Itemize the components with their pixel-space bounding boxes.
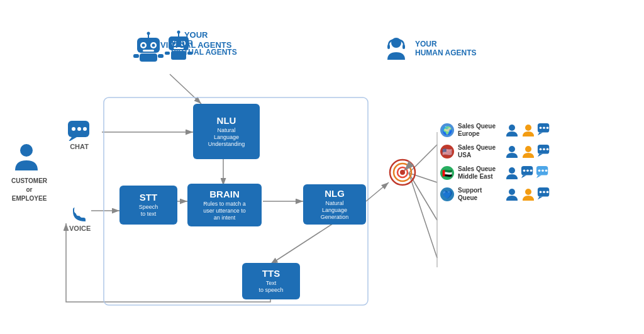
brain-subtitle: Rules to match auser utterance toan inte…: [203, 201, 246, 221]
virtual-agents-line1: YOUR: [171, 39, 237, 48]
queue-avatars-usa: [504, 144, 551, 159]
nlg-subtitle: NaturalLanguageGeneration: [321, 200, 349, 220]
tts-title: TTS: [262, 269, 280, 279]
stt-box: STT Speechto text: [119, 186, 177, 225]
svg-point-77: [545, 169, 548, 172]
queue-name-middle-east: Sales QueueMiddle East: [458, 165, 501, 181]
svg-point-78: [509, 189, 515, 195]
queue-row-europe: 🌍 Sales QueueEurope: [440, 123, 551, 138]
svg-rect-41: [402, 45, 405, 49]
svg-point-79: [525, 189, 531, 195]
svg-point-46: [77, 127, 81, 131]
svg-marker-74: [536, 175, 541, 179]
avatar-1: [504, 123, 519, 138]
svg-marker-69: [521, 175, 526, 179]
svg-point-84: [547, 191, 549, 193]
chat-avatar-5: [537, 187, 551, 201]
queue-avatars-middle-east: [504, 165, 550, 181]
queue-section: 🌍 Sales QueueEurope: [440, 123, 551, 202]
svg-point-71: [526, 169, 529, 172]
nlg-title: NLG: [325, 189, 345, 199]
svg-point-82: [540, 191, 542, 193]
svg-point-65: [543, 148, 545, 150]
robot-icon-2: [132, 31, 165, 64]
svg-rect-36: [140, 53, 157, 62]
chat-avatar-4: [536, 165, 550, 179]
svg-rect-38: [158, 54, 164, 58]
svg-point-45: [72, 127, 75, 131]
human-agents-line1: YOUR: [415, 40, 477, 48]
svg-marker-81: [538, 197, 543, 200]
chat-avatar-3: [521, 165, 535, 179]
svg-point-58: [543, 126, 545, 129]
avatar-7: [521, 187, 536, 202]
queue-row-support: 💙 SupportQueue: [440, 187, 551, 202]
queue-row-usa: 🇺🇸 Sales QueueUSA: [440, 144, 551, 159]
queue-name-support: SupportQueue: [458, 187, 501, 202]
stt-subtitle: Speechto text: [139, 204, 158, 218]
avatar-2: [521, 123, 536, 138]
svg-point-34: [152, 44, 155, 47]
target-icon: [389, 159, 416, 189]
nlu-subtitle: NaturalLanguageUnderstanding: [208, 127, 245, 147]
svg-marker-44: [68, 137, 77, 141]
human-agents-section: YOUR HUMAN AGENTS: [382, 35, 477, 62]
chat-avatar-2: [537, 144, 551, 158]
svg-point-53: [509, 125, 515, 131]
avatar-5: [504, 165, 519, 181]
svg-line-9: [270, 223, 333, 264]
chat-avatar-1: [537, 123, 551, 136]
queue-row-middle-east: 🇦🇪 Sales QueueMiddle East: [440, 165, 551, 181]
diagram-container: YOUR VIRTUAL AGENTS YOUR VIRTUAL AGENTS: [0, 0, 644, 334]
svg-point-51: [400, 170, 405, 175]
voice-label: VOICE: [69, 225, 91, 232]
nlu-title: NLU: [217, 116, 236, 126]
flag-support: 💙: [440, 187, 454, 201]
chat-bubble-icon: [68, 121, 91, 141]
flag-europe: 🌍: [440, 123, 454, 137]
human-agents-line2: HUMAN AGENTS: [415, 48, 477, 57]
avatar-4: [521, 144, 536, 159]
svg-point-33: [142, 44, 145, 47]
bullseye-icon: [389, 159, 416, 186]
svg-rect-40: [387, 45, 390, 49]
svg-rect-35: [143, 50, 154, 52]
customer-icon: [11, 142, 42, 172]
stt-title: STT: [140, 192, 157, 203]
svg-point-83: [543, 191, 545, 193]
customer-person: CUSTOMER or EMPLOYEE: [11, 142, 47, 203]
tts-box: TTS Textto speech: [242, 263, 300, 299]
svg-point-72: [530, 169, 533, 172]
chat-input: CHAT: [68, 121, 91, 150]
flag-usa: 🇺🇸: [440, 145, 454, 159]
phone-icon: [72, 206, 88, 223]
customer-label: CUSTOMER or EMPLOYEE: [11, 177, 47, 203]
avatar-6: [504, 187, 519, 202]
svg-point-67: [509, 167, 515, 174]
brain-title: BRAIN: [209, 189, 240, 200]
flag-middle-east: 🇦🇪: [440, 166, 454, 180]
svg-point-57: [540, 126, 542, 129]
nlu-box: NLU NaturalLanguageUnderstanding: [193, 104, 260, 159]
svg-point-66: [547, 148, 549, 150]
svg-point-59: [547, 126, 549, 129]
svg-point-61: [525, 146, 531, 152]
svg-point-47: [83, 127, 87, 131]
svg-rect-37: [133, 54, 139, 58]
brain-box: BRAIN Rules to match auser utterance toa…: [187, 184, 262, 226]
tts-subtitle: Textto speech: [258, 280, 283, 294]
virtual-agents-section: YOUR VIRTUAL AGENTS: [132, 31, 237, 64]
queue-avatars-support: [504, 187, 551, 202]
queue-avatars-europe: [504, 123, 551, 138]
queue-name-usa: Sales QueueUSA: [458, 144, 501, 159]
svg-point-76: [541, 169, 544, 172]
svg-marker-63: [538, 154, 543, 157]
human-agents-text: YOUR HUMAN AGENTS: [415, 40, 477, 57]
chat-label: CHAT: [70, 143, 89, 150]
human-agent-icon: [382, 35, 410, 62]
svg-point-42: [20, 144, 33, 157]
virtual-agents-line2: VIRTUAL AGENTS: [171, 48, 237, 57]
svg-line-3: [170, 74, 201, 104]
queue-name-europe: Sales QueueEurope: [458, 123, 501, 138]
virtual-agents-text: YOUR VIRTUAL AGENTS: [171, 39, 237, 57]
